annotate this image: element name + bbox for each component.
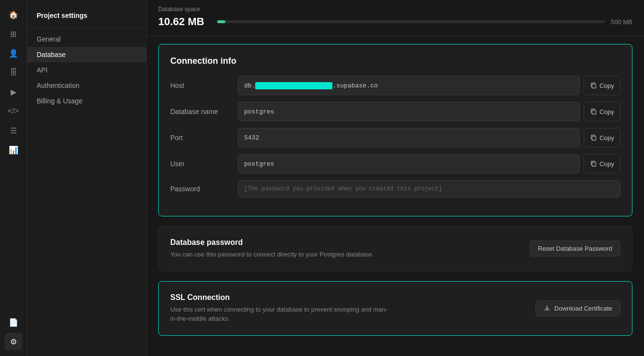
dbname-label: Database name: [170, 108, 238, 115]
nav-authentication[interactable]: Authentication: [27, 78, 146, 93]
password-value: [The password you provided when you crea…: [238, 180, 620, 198]
password-label: Password: [170, 185, 238, 193]
logs-icon-btn[interactable]: ☰: [5, 122, 22, 139]
ssl-info: SSL Connection Use this cert when connec…: [170, 293, 392, 324]
user-label: User: [170, 160, 238, 168]
download-label: Download Certificate: [554, 305, 612, 312]
password-row: Password [The password you provided when…: [170, 180, 620, 198]
db-space-section: Database space 10.62 MB 500 MB: [147, 0, 644, 36]
docs-icon-btn[interactable]: 📄: [5, 313, 22, 331]
dbname-copy-button[interactable]: Copy: [584, 102, 620, 121]
download-certificate-button[interactable]: Download Certificate: [535, 300, 620, 316]
host-input-wrap: db. .supabase.co: [238, 76, 580, 95]
download-icon: [544, 305, 550, 312]
dbname-input-wrap: postgres: [238, 102, 580, 121]
port-input-wrap: 5432: [238, 128, 580, 147]
settings-icon-btn[interactable]: ⚙: [5, 333, 22, 350]
db-space-max: 500 MB: [611, 18, 632, 26]
user-copy-button[interactable]: Copy: [584, 154, 620, 173]
nav-api[interactable]: API: [27, 62, 146, 78]
host-label: Host: [170, 82, 238, 89]
host-copy-label: Copy: [600, 82, 614, 89]
host-row: Host db. .supabase.co Copy: [170, 76, 620, 95]
project-title: Project settings: [27, 8, 146, 28]
host-prefix: db.: [244, 82, 255, 89]
user-value: postgres: [244, 160, 574, 168]
user-copy-label: Copy: [600, 160, 614, 168]
nav-sidebar: Project settings General Database API Au…: [27, 0, 147, 356]
nav-general[interactable]: General: [27, 31, 146, 47]
db-space-current: 10.62 MB: [158, 15, 211, 28]
copy-icon: [590, 82, 597, 89]
port-copy-label: Copy: [600, 134, 614, 142]
port-row: Port 5432 Copy: [170, 128, 620, 147]
host-highlight: [255, 82, 332, 89]
db-space-label: Database space: [158, 6, 632, 13]
db-password-title: Database password: [170, 238, 374, 247]
user-input-wrap: postgres: [238, 154, 580, 173]
connection-info-card: Connection info Host db. .supabase.co C: [158, 44, 632, 216]
host-suffix: .supabase.co: [332, 82, 378, 89]
host-copy-button[interactable]: Copy: [584, 76, 620, 95]
db-space-row: 10.62 MB 500 MB: [158, 15, 632, 28]
port-label: Port: [170, 134, 238, 142]
db-password-info: Database password You can use this passw…: [170, 238, 374, 259]
connection-info-title: Connection info: [170, 56, 620, 66]
home-icon-btn[interactable]: 🏠: [5, 6, 22, 23]
storage-icon-btn[interactable]: 🗄: [5, 64, 22, 81]
host-value: db. .supabase.co: [244, 82, 574, 89]
copy-icon-dbname: [590, 108, 597, 115]
svg-rect-1: [592, 110, 596, 114]
ssl-title: SSL Connection: [170, 293, 392, 302]
db-space-progress: [217, 20, 605, 23]
users-icon-btn[interactable]: 👤: [5, 44, 22, 62]
code-icon-btn[interactable]: </>: [5, 102, 22, 120]
reset-password-button[interactable]: Reset Database Password: [530, 241, 620, 256]
user-row: User postgres Copy: [170, 154, 620, 173]
table-icon-btn[interactable]: ⊞: [5, 25, 22, 43]
db-password-desc: You can use this password to connect dir…: [170, 250, 374, 259]
copy-icon-user: [590, 160, 597, 167]
dbname-value: postgres: [244, 108, 574, 115]
main-content: Database space 10.62 MB 500 MB Connectio…: [147, 0, 644, 356]
ssl-desc: Use this cert when connecting to your da…: [170, 305, 392, 324]
ssl-card: SSL Connection Use this cert when connec…: [158, 281, 632, 336]
copy-icon-port: [590, 134, 597, 141]
nav-billing[interactable]: Billing & Usage: [27, 93, 146, 109]
svg-rect-2: [592, 136, 596, 140]
functions-icon-btn[interactable]: ▶: [5, 83, 22, 100]
nav-database[interactable]: Database: [27, 47, 146, 62]
icon-sidebar: 🏠 ⊞ 👤 🗄 ▶ </> ☰ 📊 📄 ⚙: [0, 0, 27, 356]
dbname-row: Database name postgres Copy: [170, 102, 620, 121]
db-space-fill: [217, 20, 225, 23]
dbname-copy-label: Copy: [600, 108, 614, 115]
svg-rect-3: [592, 162, 596, 166]
sections: Connection info Host db. .supabase.co C: [147, 36, 644, 343]
port-copy-button[interactable]: Copy: [584, 128, 620, 147]
svg-rect-0: [592, 84, 596, 88]
db-password-card: Database password You can use this passw…: [158, 226, 632, 271]
port-value: 5432: [244, 134, 574, 142]
reports-icon-btn[interactable]: 📊: [5, 141, 22, 158]
